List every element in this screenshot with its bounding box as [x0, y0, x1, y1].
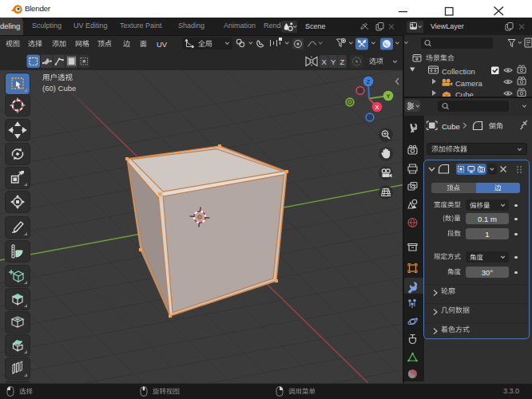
svg-text:X: X — [375, 104, 379, 111]
svg-text:Z: Z — [367, 78, 371, 85]
svg-text:Y: Y — [386, 93, 390, 100]
svg-text:X: X — [322, 57, 328, 66]
svg-text:Y: Y — [331, 57, 336, 66]
svg-text:Z: Z — [340, 57, 345, 66]
